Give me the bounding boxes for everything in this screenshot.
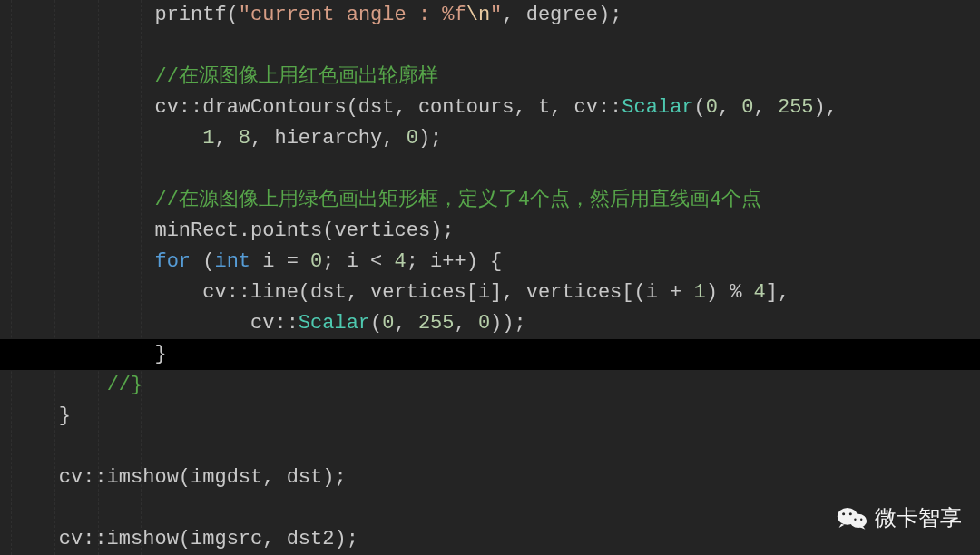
code-token: , (214, 127, 238, 150)
code-line[interactable]: cv::imshow(imgsrc, dst2); (0, 524, 980, 555)
code-token: ( (191, 250, 214, 273)
code-token: //在源图像上用红色画出轮廓样 (154, 65, 437, 88)
code-token: ( (227, 4, 239, 26)
code-token: , (754, 96, 778, 119)
code-line[interactable]: minRect.points(vertices); (0, 216, 980, 247)
code-token: )); (490, 312, 526, 335)
code-token: ) % (706, 281, 754, 304)
code-token: 1 (694, 281, 706, 304)
code-token: 4 (395, 250, 407, 273)
code-token: 0 (407, 127, 418, 150)
code-token: \n (466, 4, 490, 26)
code-line[interactable]: } (0, 339, 980, 370)
code-line[interactable] (0, 154, 980, 185)
code-token: "current angle : %f (239, 4, 466, 26)
code-line[interactable]: //} (0, 370, 980, 401)
code-token: 8 (239, 127, 250, 150)
code-token: Scalar (622, 96, 693, 119)
code-token: ; i < (322, 250, 394, 273)
code-line[interactable]: //在源图像上用绿色画出矩形框，定义了4个点，然后用直线画4个点 (0, 185, 980, 216)
code-token: 0 (382, 312, 394, 335)
code-area[interactable]: printf("current angle : %f\n", degree); … (0, 0, 980, 555)
code-token: 255 (418, 312, 455, 335)
code-line[interactable]: 1, 8, hierarchy, 0); (0, 123, 980, 154)
code-line[interactable]: printf("current angle : %f\n", degree); (0, 0, 980, 31)
code-token: printf (154, 4, 226, 26)
code-line[interactable]: cv::drawContours(dst, contours, t, cv::S… (0, 92, 980, 123)
code-token: ; i++) { (407, 250, 503, 273)
code-token: ( (694, 96, 706, 119)
code-token: int (214, 250, 250, 273)
code-line[interactable]: } (0, 401, 980, 432)
code-token: , (718, 96, 741, 119)
code-token: i = (250, 250, 310, 273)
svg-point-5 (860, 519, 862, 521)
code-line[interactable] (0, 432, 980, 462)
code-token: 1 (202, 127, 214, 150)
code-token: } (154, 343, 166, 365)
svg-point-3 (849, 512, 852, 515)
code-token: 0 (310, 250, 322, 273)
code-token: cv::line(dst, vertices[i], vertices[(i + (202, 281, 693, 304)
watermark: 微卡智享 (837, 502, 962, 533)
code-token: } (59, 404, 71, 427)
code-line[interactable] (0, 31, 980, 62)
code-line[interactable]: //在源图像上用红色画出轮廓样 (0, 62, 980, 92)
code-token: ), (814, 96, 838, 119)
code-token: 4 (754, 281, 766, 304)
code-token: ], (766, 281, 789, 304)
svg-point-4 (854, 519, 856, 521)
code-line[interactable]: cv::Scalar(0, 255, 0)); (0, 308, 980, 339)
code-token: 0 (478, 312, 490, 335)
code-token: ); (418, 127, 442, 150)
code-token: Scalar (299, 312, 370, 335)
code-token: 0 (741, 96, 753, 119)
code-line[interactable]: cv::line(dst, vertices[i], vertices[(i +… (0, 278, 980, 308)
code-line[interactable]: for (int i = 0; i < 4; i++) { (0, 247, 980, 278)
code-token: //} (107, 374, 143, 396)
code-token: , degree); (502, 4, 622, 26)
code-token: cv::drawContours(dst, contours, t, cv:: (154, 96, 622, 119)
code-token: //在源图像上用绿色画出矩形框，定义了4个点，然后用直线画4个点 (154, 189, 761, 211)
code-line[interactable]: cv::imshow(imgdst, dst); (0, 462, 980, 493)
code-token: 0 (706, 96, 718, 119)
code-editor[interactable]: printf("current angle : %f\n", degree); … (0, 0, 980, 555)
code-token: ( (370, 312, 382, 335)
code-token: 255 (778, 96, 814, 119)
code-token: cv::imshow(imgsrc, dst2); (59, 528, 358, 550)
code-token: , (394, 312, 417, 335)
code-token: , hierarchy, (250, 127, 407, 150)
code-token: cv::imshow(imgdst, dst); (59, 466, 347, 489)
watermark-text: 微卡智享 (875, 502, 962, 533)
code-token: " (490, 4, 502, 26)
wechat-icon (837, 505, 867, 531)
svg-point-2 (842, 512, 845, 515)
code-token: minRect.points(vertices); (154, 219, 454, 242)
svg-point-1 (849, 514, 867, 528)
code-token: , (455, 312, 478, 335)
code-token: for (154, 250, 191, 273)
code-token: cv:: (250, 312, 299, 335)
code-line[interactable] (0, 493, 980, 524)
